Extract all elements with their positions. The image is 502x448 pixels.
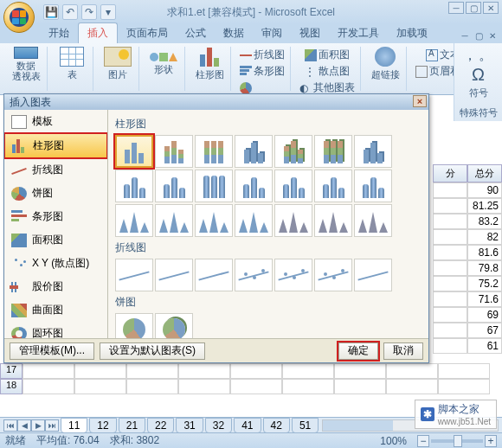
sheet-41[interactable]: 41	[234, 418, 261, 433]
sheet-21[interactable]: 21	[119, 418, 145, 433]
chart-line-2[interactable]	[155, 259, 193, 291]
office-button[interactable]	[3, 2, 35, 33]
sub-min[interactable]: ─	[459, 31, 471, 42]
dialog-close[interactable]: ×	[413, 95, 427, 107]
symbol-dots[interactable]: ，。	[463, 47, 494, 65]
column-chart-button[interactable]: 柱形图	[192, 47, 227, 81]
chart-pie-2[interactable]	[155, 313, 193, 338]
right-panel: ，。 Ω 符号 特殊符号	[454, 43, 502, 121]
table-icon	[60, 47, 84, 67]
sheet-next[interactable]: ▶	[31, 419, 45, 432]
qat-more[interactable]: ▾	[100, 4, 116, 20]
chart-pyramid-2[interactable]	[314, 204, 352, 237]
hyperlink-button[interactable]: 超链接	[368, 47, 402, 81]
chart-cylinder-7[interactable]	[354, 170, 392, 202]
chart-line-5[interactable]	[274, 259, 312, 291]
tab-addins[interactable]: 加载项	[388, 23, 436, 43]
sidebar-stock[interactable]: 股价图	[4, 275, 107, 298]
qat-undo[interactable]: ↶	[62, 4, 78, 20]
sheet-22[interactable]: 22	[147, 418, 174, 433]
sidebar-bar[interactable]: 条形图	[4, 205, 107, 228]
chart-type-sidebar: 模板 柱形图 折线图 饼图 条形图 面积图 X Y (散点图) 股价图 曲面图 …	[4, 110, 108, 338]
chart-clustered-column[interactable]	[115, 135, 153, 168]
chart-cylinder-5[interactable]	[274, 170, 312, 202]
minimize-button[interactable]: ─	[448, 2, 464, 14]
chart-cone-4[interactable]	[235, 204, 273, 237]
chart-line-3[interactable]	[195, 259, 233, 291]
line-chart-button[interactable]: 折线图	[238, 47, 286, 63]
chart-cylinder-2[interactable]	[155, 170, 193, 202]
chart-cylinder-3[interactable]	[195, 170, 233, 202]
sheet-11[interactable]: 11	[61, 418, 87, 433]
tab-view[interactable]: 视图	[291, 23, 329, 43]
tab-formulas[interactable]: 公式	[177, 23, 215, 43]
sub-close[interactable]: ✕	[486, 31, 499, 42]
scatter-chart-button[interactable]: ⋮散点图	[303, 63, 351, 80]
tab-review[interactable]: 审阅	[253, 23, 291, 43]
set-default-button[interactable]: 设置为默认图表(S)	[100, 342, 205, 360]
chart-cylinder-4[interactable]	[235, 170, 273, 202]
qat-redo[interactable]: ↷	[81, 4, 97, 20]
sidebar-pie[interactable]: 饼图	[4, 182, 107, 205]
sheet-31[interactable]: 31	[176, 418, 203, 433]
chart-pyramid-1[interactable]	[274, 204, 312, 237]
chart-3d-column[interactable]	[354, 135, 392, 168]
close-button[interactable]: ✕	[483, 2, 499, 14]
tab-page-layout[interactable]: 页面布局	[118, 23, 177, 43]
zoom-slider[interactable]	[431, 439, 483, 443]
chart-line-6[interactable]	[314, 259, 352, 291]
sheet-32[interactable]: 32	[205, 418, 232, 433]
chart-cone-2[interactable]	[155, 204, 193, 237]
tab-developer[interactable]: 开发工具	[329, 23, 388, 43]
manage-templates-button[interactable]: 管理模板(M)...	[10, 342, 94, 360]
zoom-out[interactable]: −	[417, 435, 429, 447]
sheet-first[interactable]: ⏮	[3, 419, 17, 432]
sheet-42[interactable]: 42	[263, 418, 290, 433]
sheet-last[interactable]: ⏭	[45, 419, 59, 432]
maximize-button[interactable]: ▢	[466, 2, 481, 14]
column-icon	[12, 139, 28, 153]
sidebar-surface[interactable]: 曲面图	[4, 298, 107, 322]
chart-3d-clustered[interactable]	[235, 135, 273, 168]
chart-line-1[interactable]	[115, 259, 153, 291]
qat-save[interactable]: 💾	[43, 4, 59, 20]
symbol-omega[interactable]: Ω	[472, 65, 485, 85]
sidebar-templates[interactable]: 模板	[4, 110, 107, 133]
sidebar-xy[interactable]: X Y (散点图)	[4, 252, 107, 275]
bar-chart-button[interactable]: 条形图	[238, 63, 286, 80]
ok-button[interactable]: 确定	[338, 342, 378, 360]
sidebar-line[interactable]: 折线图	[4, 158, 107, 182]
sheet-12[interactable]: 12	[89, 418, 116, 433]
pivot-table-button[interactable]: 数据 透视表	[9, 47, 43, 81]
sidebar-doughnut[interactable]: 圆环图	[4, 322, 107, 338]
dialog-titlebar[interactable]: 插入图表 ×	[4, 94, 428, 110]
header-footer-icon	[415, 66, 428, 78]
zoom-in[interactable]: +	[485, 435, 497, 447]
tab-home[interactable]: 开始	[40, 23, 78, 43]
cancel-button[interactable]: 取消	[383, 342, 423, 360]
chart-3d-stacked[interactable]	[274, 135, 312, 168]
table-button[interactable]: 表	[55, 47, 89, 81]
chart-pyramid-3[interactable]	[354, 204, 392, 237]
chart-pie-1[interactable]	[115, 313, 153, 338]
sub-max[interactable]: ▢	[473, 31, 485, 42]
chart-3d-100-stacked[interactable]	[314, 135, 352, 168]
area-chart-button[interactable]: 面积图	[303, 47, 351, 63]
sheet-51[interactable]: 51	[292, 418, 319, 433]
tab-data[interactable]: 数据	[215, 23, 253, 43]
sheet-prev[interactable]: ◀	[17, 419, 31, 432]
chart-cylinder-6[interactable]	[314, 170, 352, 202]
chart-cone-1[interactable]	[115, 204, 153, 237]
chart-100-stacked-column[interactable]	[195, 135, 233, 168]
chart-line-4[interactable]	[235, 259, 273, 291]
picture-button[interactable]: 图片	[100, 47, 135, 81]
sidebar-column[interactable]: 柱形图	[4, 133, 107, 158]
chart-cylinder-1[interactable]	[115, 170, 153, 202]
chart-cone-3[interactable]	[195, 204, 233, 237]
chart-line-7[interactable]	[354, 259, 392, 291]
chart-stacked-column[interactable]	[155, 135, 193, 168]
tab-insert[interactable]: 插入	[78, 22, 118, 43]
sidebar-area[interactable]: 面积图	[4, 228, 107, 252]
shapes-button[interactable]: 形状	[146, 47, 181, 81]
insert-chart-dialog: 插入图表 × 模板 柱形图 折线图 饼图 条形图 面积图 X Y (散点图) 股…	[3, 93, 429, 363]
